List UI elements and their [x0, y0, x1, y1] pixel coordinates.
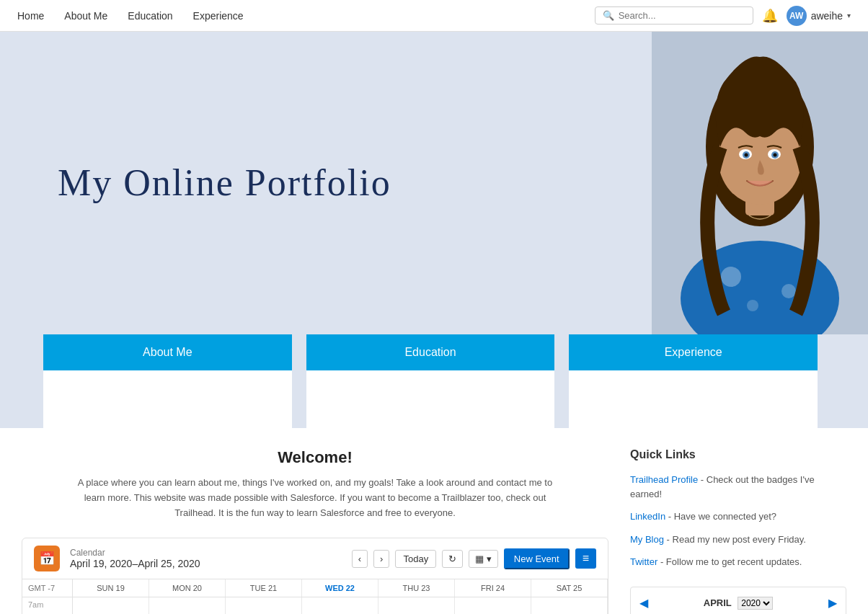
ql-item-blog: My Blog - Read my new post every Friday. [630, 533, 846, 547]
calendar-label: Calendar [70, 548, 200, 558]
bell-icon[interactable]: 🔔 [762, 8, 778, 24]
navbar: Home About Me Education Experience 🔍 🔔 A… [0, 0, 868, 32]
ql-item-trailhead: Trailhead Profile - Check out the badges… [630, 473, 846, 501]
hero-title: My Online Portfolio [58, 161, 391, 205]
search-bar[interactable]: 🔍 [595, 6, 753, 25]
experience-content [569, 370, 818, 428]
cal-day-thu: THU 23 [378, 579, 455, 597]
calendar-day-headers: GMT -7 SUN 19 MON 20 TUE 21 WED 22 THU 2… [22, 579, 608, 597]
cal-refresh-button[interactable]: ↻ [442, 550, 463, 568]
ql-item-twitter: Twitter - Follow me to get recent update… [630, 555, 846, 569]
cal-new-event-button[interactable]: New Event [504, 548, 570, 569]
mini-cal-month-year: APRIL 2020 [704, 596, 773, 610]
svg-point-13 [774, 154, 777, 157]
nav-experience[interactable]: Experience [193, 10, 244, 22]
experience-section-card: Experience [569, 334, 818, 428]
cal-cell-tue[interactable] [226, 597, 302, 614]
svg-point-5 [781, 284, 796, 298]
svg-point-12 [745, 154, 748, 157]
cal-day-mon: MON 20 [149, 579, 226, 597]
nav-right: 🔍 🔔 AW aweihe ▾ [595, 6, 851, 26]
time-7am: 7am [22, 597, 73, 614]
calendar-emoji: 📅 [39, 551, 55, 566]
search-input[interactable] [619, 10, 745, 21]
main-content: Welcome! A place where you can learn abo… [22, 448, 608, 614]
cal-cell-sat[interactable] [531, 597, 608, 614]
mini-cal-next[interactable]: ▶ [828, 596, 837, 610]
cal-cell-sun[interactable] [73, 597, 149, 614]
lower-section: Welcome! A place where you can learn abo… [0, 428, 868, 614]
quick-links-title: Quick Links [630, 448, 846, 461]
trailhead-link[interactable]: Trailhead Profile [630, 474, 698, 485]
calendar-widget: 📅 Calendar April 19, 2020–April 25, 2020… [22, 538, 608, 614]
username-label: aweihe [811, 10, 843, 22]
blog-link[interactable]: My Blog [630, 534, 664, 545]
welcome-text: A place where you can learn about me, th… [70, 476, 560, 520]
cal-day-wed: WED 22 [302, 579, 378, 597]
calendar-body: 7am [22, 597, 608, 614]
cal-cell-fri[interactable] [455, 597, 531, 614]
nav-home[interactable]: Home [17, 10, 44, 22]
chevron-down-icon: ▾ [847, 12, 851, 19]
timezone-label: GMT -7 [22, 579, 73, 597]
nav-about-me[interactable]: About Me [64, 10, 107, 22]
education-button[interactable]: Education [306, 334, 555, 370]
section-buttons-row: About Me Education Experience [0, 334, 868, 428]
portrait-svg [652, 32, 868, 334]
ql-item-linkedin: LinkedIn - Have we connected yet? [630, 510, 846, 524]
mini-cal-month: APRIL [704, 597, 732, 608]
cal-prev-button[interactable]: ‹ [352, 550, 368, 568]
cal-day-sat: SAT 25 [531, 579, 608, 597]
svg-point-4 [721, 267, 741, 287]
cal-menu-button[interactable]: ≡ [575, 548, 596, 569]
hero-image [652, 32, 868, 334]
calendar-nav: ‹ › Today ↻ ▦ ▾ New Event ≡ [352, 548, 596, 569]
cal-next-button[interactable]: › [373, 550, 389, 568]
twitter-desc: - Follow me to get recent updates. [660, 556, 802, 567]
experience-button[interactable]: Experience [569, 334, 818, 370]
quick-links-panel: Quick Links Trailhead Profile - Check ou… [630, 448, 846, 614]
linkedin-desc: - Have we connected yet? [668, 511, 776, 522]
svg-point-6 [747, 300, 758, 311]
cal-day-fri: FRI 24 [455, 579, 531, 597]
hero-left: My Online Portfolio [0, 32, 652, 334]
mini-calendar: ◀ APRIL 2020 ▶ Sun Mon Tue Wed Thu Fri S… [630, 587, 846, 615]
about-me-content [43, 370, 292, 428]
cal-day-tue: TUE 21 [226, 579, 302, 597]
education-content [306, 370, 555, 428]
cal-cell-thu[interactable] [378, 597, 455, 614]
avatar: AW [787, 6, 807, 26]
cal-day-sun: SUN 19 [73, 579, 149, 597]
calendar-icon: 📅 [34, 546, 60, 571]
twitter-link[interactable]: Twitter [630, 556, 657, 567]
nav-links: Home About Me Education Experience [17, 10, 595, 22]
cal-today-button[interactable]: Today [395, 550, 436, 568]
calendar-title-group: Calendar April 19, 2020–April 25, 2020 [70, 548, 200, 569]
nav-education[interactable]: Education [128, 10, 172, 22]
calendar-date-range: April 19, 2020–April 25, 2020 [70, 558, 200, 569]
mini-cal-year-select[interactable]: 2020 [738, 597, 773, 610]
search-icon: 🔍 [603, 10, 614, 21]
education-section-card: Education [306, 334, 555, 428]
user-badge[interactable]: AW aweihe ▾ [787, 6, 851, 26]
cal-view-button[interactable]: ▦ ▾ [469, 550, 498, 568]
cal-cell-wed[interactable] [302, 597, 378, 614]
linkedin-link[interactable]: LinkedIn [630, 511, 665, 522]
blog-desc: - Read my new post every Friday. [667, 534, 806, 545]
welcome-title: Welcome! [22, 448, 608, 467]
about-me-section-card: About Me [43, 334, 292, 428]
hero-section: My Online Portfolio [0, 32, 868, 334]
mini-cal-prev[interactable]: ◀ [639, 596, 648, 610]
cal-cell-mon[interactable] [149, 597, 226, 614]
calendar-header: 📅 Calendar April 19, 2020–April 25, 2020… [22, 538, 608, 579]
about-me-button[interactable]: About Me [43, 334, 292, 370]
